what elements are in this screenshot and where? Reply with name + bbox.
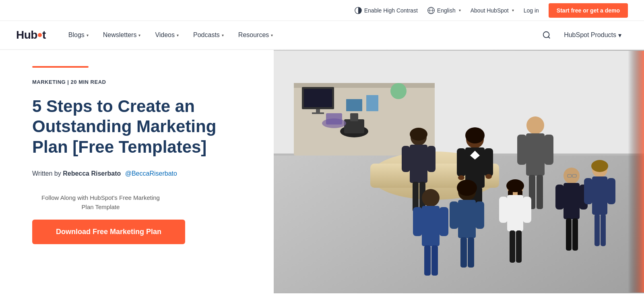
article-category: MARKETING [32, 79, 66, 85]
svg-rect-52 [475, 201, 484, 229]
nav-videos[interactable]: Videos ▾ [149, 21, 185, 50]
svg-rect-85 [601, 214, 606, 246]
nav-newsletters-label: Newsletters [103, 31, 137, 39]
svg-point-49 [457, 180, 477, 196]
article-separator: | [67, 79, 70, 85]
author-handle[interactable]: @BeccaRiserbato [125, 170, 177, 177]
about-label: About HubSpot [471, 7, 509, 14]
svg-rect-29 [457, 148, 466, 176]
svg-point-55 [422, 189, 440, 207]
svg-rect-68 [510, 230, 515, 263]
svg-rect-17 [366, 95, 378, 111]
author-prefix: Written by [32, 170, 61, 177]
nav-blogs[interactable]: Blogs ▾ [62, 21, 95, 50]
svg-rect-39 [427, 146, 436, 172]
about-hubspot[interactable]: About HubSpot ▾ [471, 7, 514, 14]
nav-resources[interactable]: Resources ▾ [232, 21, 279, 50]
svg-rect-74 [566, 218, 572, 251]
svg-point-4 [543, 32, 549, 38]
svg-rect-66 [499, 197, 508, 223]
svg-rect-56 [422, 206, 440, 246]
content-area: MARKETING | 20 MIN READ 5 Steps to Creat… [0, 50, 644, 293]
nav-products-chevron: ▾ [618, 31, 621, 39]
start-free-button[interactable]: Start free or get a demo [549, 3, 628, 18]
svg-rect-45 [544, 135, 553, 165]
nav-resources-label: Resources [238, 31, 269, 39]
svg-rect-15 [312, 112, 324, 114]
svg-rect-43 [526, 133, 545, 176]
nav-resources-chevron: ▾ [271, 33, 273, 37]
right-panel [274, 50, 644, 293]
article-nav-line [32, 66, 89, 68]
nav-newsletters-chevron: ▾ [138, 33, 140, 37]
svg-point-42 [526, 116, 544, 134]
nav-items: Blogs ▾ Newsletters ▾ Videos ▾ Podcasts … [62, 21, 536, 50]
svg-point-18 [390, 83, 407, 99]
svg-rect-86 [628, 51, 644, 293]
svg-rect-59 [424, 245, 431, 276]
nav-videos-label: Videos [155, 31, 175, 39]
svg-rect-47 [537, 175, 543, 209]
nav-newsletters[interactable]: Newsletters ▾ [97, 21, 147, 50]
svg-rect-75 [572, 218, 578, 251]
svg-rect-84 [594, 214, 600, 246]
article-meta: MARKETING | 20 MIN READ [32, 79, 250, 85]
svg-rect-58 [439, 207, 448, 236]
nav-podcasts-chevron: ▾ [222, 33, 224, 37]
article-author: Written by Rebecca Riserbato @BeccaRiser… [32, 170, 250, 177]
svg-rect-67 [523, 197, 531, 223]
svg-point-31 [458, 175, 464, 180]
svg-line-5 [548, 37, 550, 38]
about-chevron-icon: ▾ [512, 8, 514, 12]
article-read-time: 20 MIN READ [71, 79, 106, 85]
top-bar: Enable High Contrast English ▾ About Hub… [0, 0, 644, 21]
contrast-icon [355, 7, 362, 14]
svg-rect-14 [316, 109, 320, 112]
nav-podcasts-label: Podcasts [193, 31, 220, 39]
svg-rect-69 [516, 230, 522, 263]
svg-rect-16 [346, 99, 362, 111]
svg-rect-37 [410, 145, 427, 183]
language-selector[interactable]: English ▾ [427, 7, 461, 14]
svg-rect-38 [402, 146, 410, 172]
search-icon [542, 31, 551, 39]
logo-text: Hubt [16, 29, 46, 41]
language-chevron-icon: ▾ [459, 8, 461, 12]
svg-point-36 [410, 128, 427, 141]
author-name: Rebecca Riserbato [63, 170, 121, 177]
login-link[interactable]: Log in [524, 7, 539, 14]
nav-hubspot-products[interactable]: HubSpot Products ▾ [557, 21, 628, 50]
nav-blogs-label: Blogs [68, 31, 85, 39]
search-button[interactable] [536, 21, 557, 50]
globe-icon [427, 7, 435, 14]
cta-description: Follow Along with HubSpot's Free Marketi… [32, 193, 169, 212]
svg-rect-65 [507, 195, 523, 231]
download-cta-button[interactable]: Download Free Marketing Plan [32, 220, 185, 244]
svg-point-80 [591, 160, 608, 172]
svg-rect-13 [304, 89, 332, 107]
svg-rect-54 [468, 237, 474, 268]
svg-point-64 [506, 179, 524, 192]
high-contrast-toggle[interactable]: Enable High Contrast [355, 7, 418, 14]
svg-rect-20 [344, 119, 364, 133]
svg-rect-60 [431, 245, 438, 276]
nav-blogs-chevron: ▾ [87, 33, 89, 37]
svg-rect-53 [460, 237, 467, 268]
language-label: English [437, 7, 456, 14]
main-nav: Hubt Blogs ▾ Newsletters ▾ Videos ▾ Podc… [0, 21, 644, 50]
svg-point-32 [485, 174, 492, 179]
nav-podcasts[interactable]: Podcasts ▾ [187, 21, 230, 50]
hubspot-logo[interactable]: Hubt [16, 29, 46, 41]
svg-rect-88 [326, 113, 342, 124]
svg-rect-51 [450, 201, 458, 229]
nav-videos-chevron: ▾ [177, 33, 179, 37]
nav-products-label: HubSpot Products [564, 31, 616, 39]
left-panel: MARKETING | 20 MIN READ 5 Steps to Creat… [0, 50, 274, 293]
svg-rect-21 [350, 113, 358, 121]
svg-point-25 [465, 127, 485, 143]
svg-rect-83 [607, 178, 615, 204]
login-label: Log in [524, 7, 539, 14]
high-contrast-label: Enable High Contrast [364, 7, 418, 14]
svg-rect-82 [584, 178, 592, 204]
office-scene-svg [274, 50, 644, 293]
